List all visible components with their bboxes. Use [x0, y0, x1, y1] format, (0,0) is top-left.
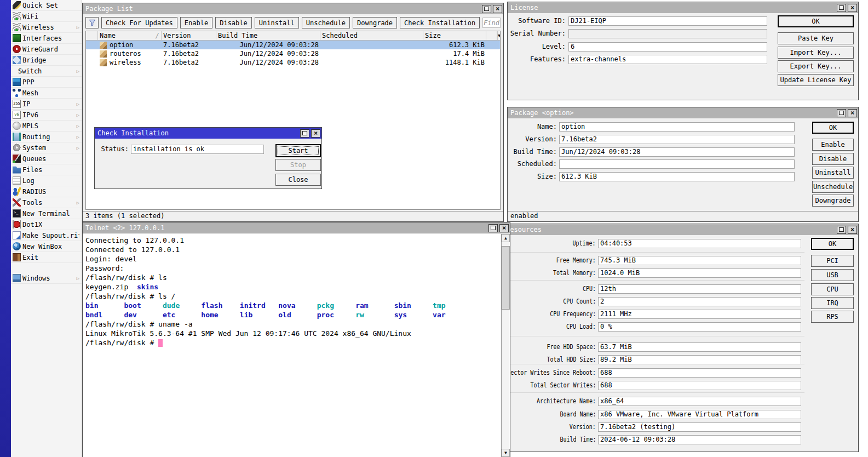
maximize-button[interactable] [837, 109, 846, 117]
start-button[interactable]: Start [275, 144, 321, 157]
sidebar-item-system[interactable]: System▷ [11, 142, 82, 153]
maximize-button[interactable] [482, 5, 491, 13]
pci-button[interactable]: PCI [811, 255, 854, 267]
close-button[interactable]: × [848, 4, 857, 12]
maximize-button[interactable] [300, 129, 309, 138]
field-features[interactable]: extra-channels [568, 55, 767, 64]
table-row[interactable]: wireless7.16beta2Jun/12/2024 09:03:28114… [86, 58, 500, 67]
field-software-id[interactable]: DJ21-EIQP [568, 16, 767, 26]
field-cpu[interactable]: 12th [598, 284, 801, 294]
field-uptime[interactable]: 04:40:53 [598, 239, 801, 248]
maximize-button[interactable] [488, 224, 498, 232]
titlebar-resources[interactable]: Resources × [498, 224, 858, 235]
update-license-key-button[interactable]: Update License Key [778, 74, 854, 86]
unschedule-button[interactable]: Unschedule [302, 17, 350, 28]
column-header-name[interactable]: Name/ [98, 31, 162, 40]
sidebar-item-ipv6[interactable]: IPv6▷ [11, 110, 82, 121]
column-header-size[interactable]: Size [423, 31, 486, 40]
sidebar-item-mesh[interactable]: Mesh [11, 88, 82, 99]
close-button[interactable]: × [311, 129, 320, 138]
sidebar-item-exit[interactable]: Exit [11, 252, 82, 263]
check-installation-button[interactable]: Check Installation [400, 17, 480, 28]
field-total-memory[interactable]: 1024.0 MiB [598, 269, 801, 278]
sidebar-item-bridge[interactable]: Bridge [11, 55, 82, 66]
field-total-hdd-size[interactable]: 89.2 MiB [598, 355, 801, 364]
field-version[interactable]: 7.16beta2 (testing) [598, 422, 801, 432]
close-button[interactable]: Close [275, 174, 321, 186]
field-serial-number[interactable] [568, 29, 767, 38]
field-cpu-load[interactable]: 0 % [598, 322, 801, 332]
import-key-button[interactable]: Import Key... [778, 47, 854, 59]
sidebar-item-new-terminal[interactable]: New Terminal [11, 208, 82, 219]
ok-button[interactable]: OK [812, 122, 854, 134]
enable-button[interactable]: Enable [812, 139, 854, 151]
close-button[interactable]: × [848, 109, 857, 117]
column-menu-button[interactable]: ▼ [497, 31, 501, 40]
sidebar-item-queues[interactable]: Queues [11, 153, 82, 164]
uninstall-button[interactable]: Uninstall [812, 167, 854, 179]
titlebar-license[interactable]: License × [508, 2, 858, 13]
sidebar-item-interfaces[interactable]: Interfaces [11, 33, 82, 44]
paste-key-button[interactable]: Paste Key [778, 32, 854, 44]
unschedule-button[interactable]: Unschedule [812, 181, 854, 193]
downgrade-button[interactable]: Downgrade [353, 17, 397, 28]
field-architecture-name[interactable]: x86_64 [598, 397, 801, 406]
rps-button[interactable]: RPS [811, 311, 854, 323]
find-button[interactable]: Find [482, 18, 501, 28]
filter-button[interactable] [85, 17, 99, 28]
sidebar-item-windows[interactable]: Windows▷ [11, 273, 82, 284]
close-button[interactable]: × [499, 224, 509, 232]
downgrade-button[interactable]: Downgrade [812, 195, 854, 207]
sidebar-item-new-winbox[interactable]: New WinBox [11, 241, 82, 252]
terminal-scrollbar[interactable]: ▲ ▼ [501, 234, 510, 457]
titlebar-package-list[interactable]: Package List × [83, 3, 503, 14]
close-button[interactable]: × [493, 5, 502, 13]
column-header-version[interactable]: Version [162, 31, 216, 40]
close-button[interactable]: × [848, 226, 857, 234]
column-header-scheduled[interactable]: Scheduled [320, 31, 423, 40]
field-size[interactable]: 612.3 KiB [559, 172, 795, 181]
sidebar-item-log[interactable]: Log [11, 175, 82, 186]
column-header-blank-6[interactable] [486, 31, 497, 40]
field-sector-writes-since-reboot[interactable]: 688 [598, 368, 801, 378]
field-cpu-count[interactable]: 2 [598, 297, 801, 306]
sidebar-item-switch[interactable]: Switch▷ [11, 66, 82, 77]
sidebar-item-make-supout-rif[interactable]: Make Supout.rif [11, 230, 82, 241]
disable-button[interactable]: Disable [215, 17, 252, 28]
titlebar-package-option[interactable]: Package <option> × [508, 107, 858, 118]
scroll-up-button[interactable]: ▲ [502, 234, 510, 242]
sidebar-item-routing[interactable]: Routing▷ [11, 132, 82, 142]
maximize-button[interactable] [837, 226, 846, 234]
disable-button[interactable]: Disable [812, 153, 854, 165]
scrollbar-thumb[interactable] [502, 246, 510, 310]
terminal-output[interactable]: Connecting to 127.0.0.1Connected to 127.… [83, 234, 501, 457]
table-row[interactable]: routeros7.16beta2Jun/12/2024 09:03:2817.… [86, 49, 500, 58]
sidebar-item-wifi[interactable]: WiFi [11, 11, 82, 22]
sidebar-item-wireless[interactable]: Wireless▷ [11, 22, 82, 33]
titlebar-check-installation[interactable]: Check Installation × [95, 128, 321, 139]
field-cpu-frequency[interactable]: 2111 MHz [598, 310, 801, 319]
scroll-down-button[interactable]: ▼ [502, 449, 510, 457]
export-key-button[interactable]: Export Key... [778, 60, 854, 72]
cpu-button[interactable]: CPU [811, 283, 854, 295]
field-free-memory[interactable]: 745.3 MiB [598, 256, 801, 265]
status-field[interactable]: installation is ok [131, 145, 264, 154]
field-total-sector-writes[interactable]: 688 [598, 381, 801, 390]
field-version[interactable]: 7.16beta2 [559, 135, 795, 144]
check-for-updates-button[interactable]: Check For Updates [101, 17, 177, 28]
field-build-time[interactable]: 2024-06-12 09:03:28 [598, 435, 801, 444]
maximize-button[interactable] [837, 4, 846, 12]
irq-button[interactable]: IRQ [811, 297, 854, 309]
usb-button[interactable]: USB [811, 269, 854, 281]
field-name[interactable]: option [559, 122, 795, 132]
field-board-name[interactable]: x86 VMware, Inc. VMware Virtual Platform [598, 410, 801, 419]
column-header-build-time[interactable]: Build Time [216, 31, 320, 40]
sidebar-item-ppp[interactable]: PPP [11, 77, 82, 88]
sidebar-item-dot1x[interactable]: Dot1X [11, 219, 82, 230]
sidebar-item-radius[interactable]: RADIUS [11, 186, 82, 197]
titlebar-telnet[interactable]: Telnet <2> 127.0.0.1 × [83, 222, 510, 233]
sidebar-item-mpls[interactable]: MPLS▷ [11, 121, 82, 132]
uninstall-button[interactable]: Uninstall [255, 17, 299, 28]
sidebar-item-tools[interactable]: Tools▷ [11, 197, 82, 208]
field-free-hdd-space[interactable]: 63.7 MiB [598, 342, 801, 352]
